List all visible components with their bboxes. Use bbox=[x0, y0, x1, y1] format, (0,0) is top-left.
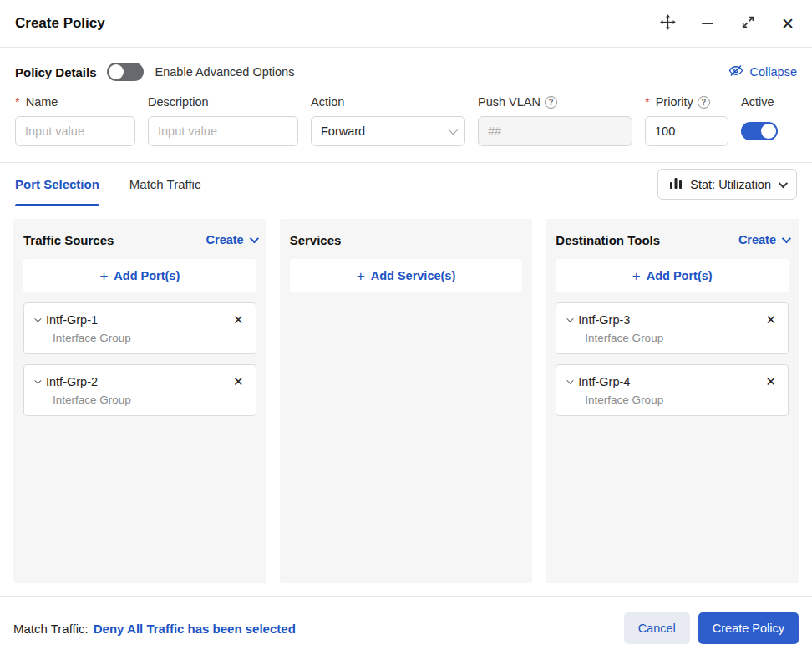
policy-details-section: Policy Details Enable Advanced Options C… bbox=[0, 48, 812, 163]
add-ports-label: Add Port(s) bbox=[114, 269, 180, 282]
tab-match-traffic[interactable]: Match Traffic bbox=[129, 163, 201, 206]
minimize-icon bbox=[702, 23, 713, 24]
column-title: Destination Tools bbox=[556, 233, 660, 247]
close-icon: ✕ bbox=[781, 16, 794, 32]
port-item-name: Intf-Grp-2 bbox=[46, 375, 98, 388]
traffic-sources-column: Traffic Sources Create + Add Port(s) Int… bbox=[13, 219, 266, 583]
remove-item-button[interactable]: ✕ bbox=[764, 373, 778, 389]
active-toggle[interactable] bbox=[741, 122, 778, 140]
policy-details-label: Policy Details bbox=[15, 65, 97, 79]
modal-header: Create Policy bbox=[0, 0, 812, 48]
window-controls: ✕ bbox=[658, 14, 797, 33]
port-item-type: Interface Group bbox=[585, 332, 778, 344]
advanced-options-label: Enable Advanced Options bbox=[155, 65, 295, 79]
plus-icon: + bbox=[99, 269, 108, 283]
action-label: Action bbox=[311, 95, 344, 109]
question-icon: ? bbox=[545, 96, 557, 109]
stat-selector-label: Stat: Utilization bbox=[690, 178, 771, 191]
port-item-name: Intf-Grp-4 bbox=[578, 375, 630, 388]
eye-slash-icon bbox=[728, 64, 744, 79]
tab-port-selection[interactable]: Port Selection bbox=[15, 163, 99, 206]
add-services-label: Add Service(s) bbox=[371, 269, 456, 282]
action-select[interactable]: Forward bbox=[311, 116, 465, 146]
port-item-type: Interface Group bbox=[53, 393, 246, 406]
priority-label: Priority bbox=[656, 95, 693, 109]
close-icon: ✕ bbox=[765, 312, 776, 327]
remove-item-button[interactable]: ✕ bbox=[231, 312, 246, 327]
plus-icon: + bbox=[357, 269, 365, 283]
question-icon: ? bbox=[698, 96, 710, 109]
chevron-down-icon bbox=[249, 234, 258, 243]
description-field-group: Description bbox=[148, 94, 298, 146]
port-item-name: Intf-Grp-3 bbox=[578, 313, 630, 327]
services-column: Services + Add Service(s) bbox=[280, 219, 533, 583]
active-label: Active bbox=[741, 95, 774, 109]
collapse-button[interactable]: Collapse bbox=[728, 64, 797, 79]
priority-field-group: * Priority ? bbox=[645, 94, 728, 146]
destination-tools-create-dropdown[interactable]: Create bbox=[738, 233, 789, 246]
add-ports-button[interactable]: + Add Port(s) bbox=[23, 259, 256, 292]
expand-icon bbox=[741, 15, 755, 32]
policy-fields: * Name Description Action Forward bbox=[15, 94, 797, 146]
port-selection-panel: Traffic Sources Create + Add Port(s) Int… bbox=[0, 206, 812, 596]
port-item-name: Intf-Grp-1 bbox=[46, 313, 98, 327]
description-input[interactable] bbox=[148, 116, 298, 146]
create-policy-button[interactable]: Create Policy bbox=[698, 612, 799, 644]
advanced-options-toggle[interactable] bbox=[107, 63, 144, 81]
move-icon bbox=[660, 14, 676, 33]
modal-footer: Match Traffic: Deny All Traffic has been… bbox=[0, 596, 812, 660]
create-label: Create bbox=[206, 233, 244, 246]
name-label: Name bbox=[26, 95, 58, 109]
required-asterisk: * bbox=[645, 95, 650, 109]
page-title: Create Policy bbox=[15, 15, 105, 32]
expand-button[interactable] bbox=[738, 14, 757, 33]
tabs-bar: Port Selection Match Traffic Stat: Utili… bbox=[0, 163, 812, 206]
traffic-sources-create-dropdown[interactable]: Create bbox=[206, 233, 256, 246]
destination-tools-column: Destination Tools Create + Add Port(s) I… bbox=[546, 219, 799, 583]
minimize-button[interactable] bbox=[698, 14, 717, 33]
close-icon: ✕ bbox=[233, 312, 244, 327]
chevron-down-icon[interactable] bbox=[567, 315, 574, 322]
chevron-down-icon[interactable] bbox=[34, 377, 41, 383]
collapse-label: Collapse bbox=[750, 65, 797, 79]
name-field-group: * Name bbox=[15, 94, 135, 146]
port-item: Intf-Grp-2 ✕ Interface Group bbox=[23, 364, 256, 416]
active-field-group: Active bbox=[741, 94, 778, 146]
action-field-group: Action Forward bbox=[311, 94, 465, 146]
column-title: Services bbox=[290, 233, 342, 247]
close-icon: ✕ bbox=[765, 374, 776, 388]
push-vlan-input[interactable] bbox=[478, 116, 632, 146]
action-selected-value: Forward bbox=[321, 124, 365, 138]
column-title: Traffic Sources bbox=[23, 233, 114, 247]
port-item: Intf-Grp-1 ✕ Interface Group bbox=[23, 302, 256, 354]
move-button[interactable] bbox=[658, 14, 677, 33]
chevron-down-icon bbox=[779, 178, 788, 187]
chevron-down-icon bbox=[449, 125, 458, 135]
remove-item-button[interactable]: ✕ bbox=[764, 312, 778, 327]
tab-label: Match Traffic bbox=[129, 177, 201, 191]
match-traffic-label: Match Traffic: bbox=[13, 622, 89, 636]
add-ports-button[interactable]: + Add Port(s) bbox=[556, 259, 789, 292]
stat-selector[interactable]: Stat: Utilization bbox=[657, 169, 797, 200]
port-item: Intf-Grp-4 ✕ Interface Group bbox=[556, 364, 789, 416]
required-asterisk: * bbox=[15, 95, 20, 109]
port-item: Intf-Grp-3 ✕ Interface Group bbox=[556, 302, 789, 354]
remove-item-button[interactable]: ✕ bbox=[231, 373, 246, 389]
add-ports-label: Add Port(s) bbox=[647, 269, 713, 282]
match-traffic-selected-link[interactable]: Deny All Traffic has been selected bbox=[94, 622, 296, 636]
name-input[interactable] bbox=[15, 116, 135, 146]
description-label: Description bbox=[148, 95, 209, 109]
priority-input[interactable] bbox=[645, 116, 728, 146]
close-icon: ✕ bbox=[233, 374, 244, 388]
bar-chart-icon bbox=[669, 177, 683, 192]
close-button[interactable]: ✕ bbox=[779, 14, 797, 33]
push-vlan-field-group: Push VLAN ? bbox=[478, 94, 632, 146]
port-item-type: Interface Group bbox=[53, 332, 246, 344]
chevron-down-icon[interactable] bbox=[34, 315, 41, 322]
create-policy-modal: Create Policy bbox=[0, 0, 812, 660]
port-item-type: Interface Group bbox=[585, 393, 778, 406]
add-services-button[interactable]: + Add Service(s) bbox=[290, 259, 523, 292]
cancel-button[interactable]: Cancel bbox=[624, 612, 690, 644]
chevron-down-icon[interactable] bbox=[567, 377, 574, 383]
plus-icon: + bbox=[632, 269, 641, 283]
